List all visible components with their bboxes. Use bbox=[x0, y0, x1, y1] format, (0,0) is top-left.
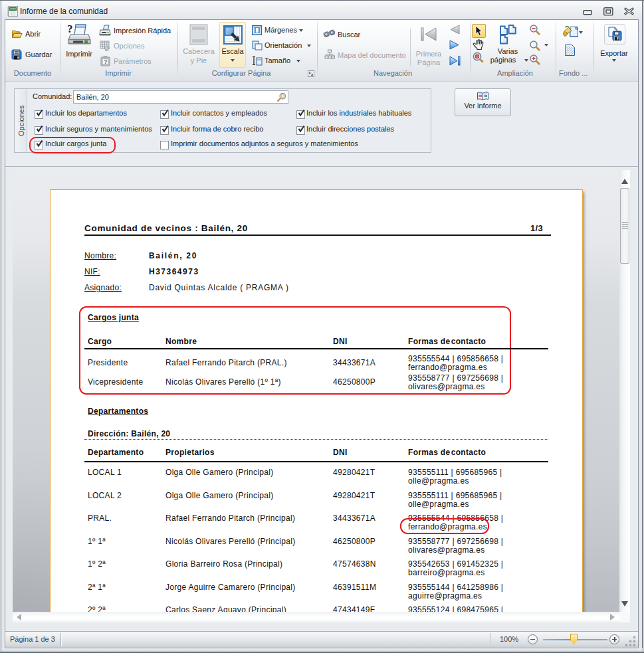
svg-text:?: ? bbox=[67, 23, 73, 35]
svg-text:?: ? bbox=[104, 58, 108, 65]
